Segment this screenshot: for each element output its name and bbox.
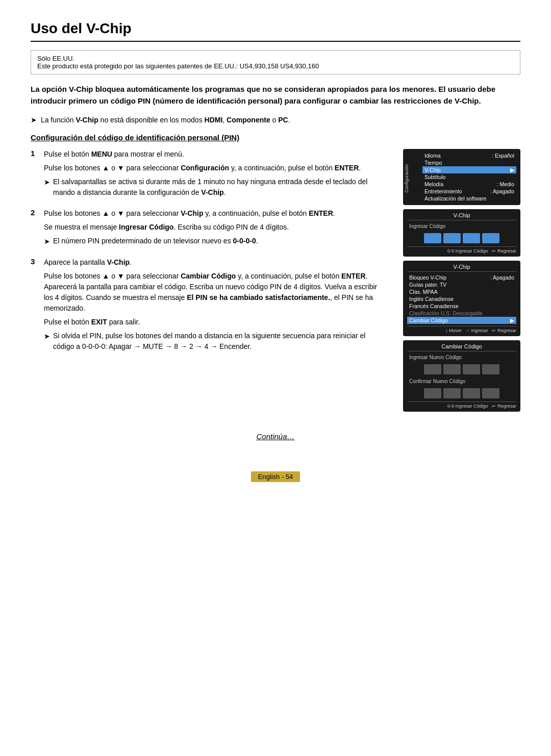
footer-separator: -: [282, 473, 286, 481]
screen-4-footer: 0-9 Ingresar Código ↩ Regresar: [407, 401, 516, 409]
footer-enter: 0-9 Ingresar Código: [447, 248, 488, 254]
intro-bold: La opción V-Chip bloquea automáticamente…: [31, 84, 520, 107]
page-footer: English - 54: [31, 471, 520, 482]
footer-enter-code: 0-9 Ingresar Código: [447, 404, 488, 409]
sidebar-label: Configuración: [404, 164, 409, 193]
pin-box-c4: [482, 388, 499, 398]
step-2-sub: Se muestra el mensaje Ingresar Código. E…: [44, 222, 388, 233]
step-3: 3 Aparece la pantalla V-Chip. Pulse los …: [31, 257, 388, 352]
screen-4-label2: Confirmar Nuevo Código: [407, 377, 516, 385]
step-1-num: 1: [31, 149, 39, 198]
pin-box-n4: [482, 364, 499, 374]
menu-frances: Francés Canadiense: [407, 303, 516, 310]
screen-3: V-Chip Bloqueo V-Chip: Apagado Guías pat…: [403, 261, 520, 336]
section-heading: Configuración del código de identificaci…: [31, 133, 520, 142]
menu-mpaa: Clas. MPAA: [407, 288, 516, 295]
screen-1-menu: Idioma: Español Tiempo V-Chip▶ Subtítulo…: [422, 152, 516, 202]
notice-line1: Sólo EE.UU.: [37, 55, 514, 62]
step-3-main: Aparece la pantalla V-Chip.: [44, 257, 388, 268]
step-2-num: 2: [31, 208, 39, 247]
footer-page-num: 54: [286, 473, 293, 481]
step-2-note: ➤ El número PIN predeterminado de un tel…: [44, 236, 388, 247]
step-3-content: Aparece la pantalla V-Chip. Pulse los bo…: [44, 257, 388, 352]
arrow-icon: ➤: [44, 236, 50, 247]
page-title: Uso del V-Chip: [31, 20, 520, 42]
pin-row-new: [407, 364, 516, 374]
screen-1: Configuración Idioma: Español Tiempo V-C…: [403, 149, 520, 205]
menu-row-idioma: Idioma: Español: [422, 152, 516, 159]
step-3-sub1: Pulse los botones ▲ o ▼ para seleccionar…: [44, 271, 388, 314]
screen-2: V-Chip Ingresar Código 0-9 Ingresar Códi…: [403, 209, 520, 257]
footer-language: English: [258, 473, 280, 481]
pin-box-3: [463, 233, 480, 243]
continua: Continúa…: [31, 432, 520, 441]
footer-reg-return: ↩ Regresar: [492, 328, 516, 333]
arrow-icon: ➤: [44, 177, 50, 198]
step-3-sub2: Pulse el botón EXIT para salir.: [44, 317, 388, 327]
step-2: 2 Pulse los botones ▲ o ▼ para seleccion…: [31, 208, 388, 247]
step-1: 1 Pulse el botón MENU para mostrar el me…: [31, 149, 388, 198]
screen-3-title: V-Chip: [407, 264, 516, 272]
pin-box-4: [482, 233, 499, 243]
notice-line2: Este producto está protegido por las sig…: [37, 62, 514, 70]
screen-4-title: Cambiar Código: [407, 343, 516, 351]
pin-box-n1: [424, 364, 441, 374]
pin-box-c2: [443, 388, 461, 398]
pin-box-n2: [443, 364, 461, 374]
screenshots-column: Configuración Idioma: Español Tiempo V-C…: [403, 149, 520, 412]
text-column: 1 Pulse el botón MENU para mostrar el me…: [31, 149, 388, 412]
menu-guias: Guías pater. TV: [407, 281, 516, 288]
screen-2-footer: 0-9 Ingresar Código ↩ Regresar: [407, 246, 516, 254]
menu-ingles: Inglés Canadiense: [407, 295, 516, 303]
screen-4: Cambiar Código Ingresar Nuevo Código Con…: [403, 340, 520, 412]
step-3-note: ➤ Si olvida el PIN, pulse los botones de…: [44, 331, 388, 352]
pin-row-confirm: [407, 388, 516, 398]
step-1-content: Pulse el botón MENU para mostrar el menú…: [44, 149, 388, 198]
menu-row-vchip: V-Chip▶: [422, 166, 516, 173]
step-3-num: 3: [31, 257, 39, 352]
pin-box-n3: [463, 364, 480, 374]
step-1-main: Pulse el botón MENU para mostrar el menú…: [44, 149, 388, 160]
pin-box-1: [424, 233, 441, 243]
pin-box-2: [443, 233, 461, 243]
menu-row-tiempo: Tiempo: [422, 159, 516, 166]
menu-bloqueo: Bloqueo V-Chip: Apagado: [407, 274, 516, 281]
screen-2-title: V-Chip: [407, 212, 516, 220]
footer-reg-enter: ☞ Ingresar: [466, 328, 488, 333]
menu-row-subtitulo: Subtítulo: [422, 173, 516, 181]
menu-clasificacion: Clasificación U.S. Descargable: [407, 310, 516, 317]
menu-row-melodia: Melodía: Medio: [422, 181, 516, 188]
step-1-sub: Pulse los botones ▲ o ▼ para seleccionar…: [44, 163, 388, 173]
menu-row-actualizacion: Actualización del software: [422, 195, 516, 202]
pin-box-c3: [463, 388, 480, 398]
notice-box: Sólo EE.UU. Este producto está protegido…: [31, 50, 520, 74]
arrow-icon: ➤: [44, 331, 50, 352]
screen-2-label: Ingresar Código: [407, 222, 516, 230]
screen-4-label1: Ingresar Nuevo Código: [407, 354, 516, 361]
screen-3-footer: ↕ Mover ☞ Ingresar ↩ Regresar: [407, 326, 516, 333]
footer-move: ↕ Mover: [445, 328, 462, 333]
arrow-icon: ➤: [31, 116, 37, 124]
pin-row-1: [407, 233, 516, 243]
intro-note: ➤ La función V-Chip no está disponible e…: [31, 116, 520, 124]
step-1-note: ➤ El salvapantallas se activa si durante…: [44, 177, 388, 198]
footer-return-2: ↩ Regresar: [492, 404, 516, 409]
step-2-content: Pulse los botones ▲ o ▼ para seleccionar…: [44, 208, 388, 247]
pin-box-c1: [424, 388, 441, 398]
menu-cambiar: Cambiar Código▶: [407, 317, 516, 324]
step-2-main: Pulse los botones ▲ o ▼ para seleccionar…: [44, 208, 388, 219]
menu-row-entretenimiento: Entretenimiento: Apagado: [422, 188, 516, 195]
main-content: 1 Pulse el botón MENU para mostrar el me…: [31, 149, 520, 412]
footer-return: ↩ Regresar: [492, 248, 516, 254]
footer-badge: English - 54: [251, 471, 300, 482]
